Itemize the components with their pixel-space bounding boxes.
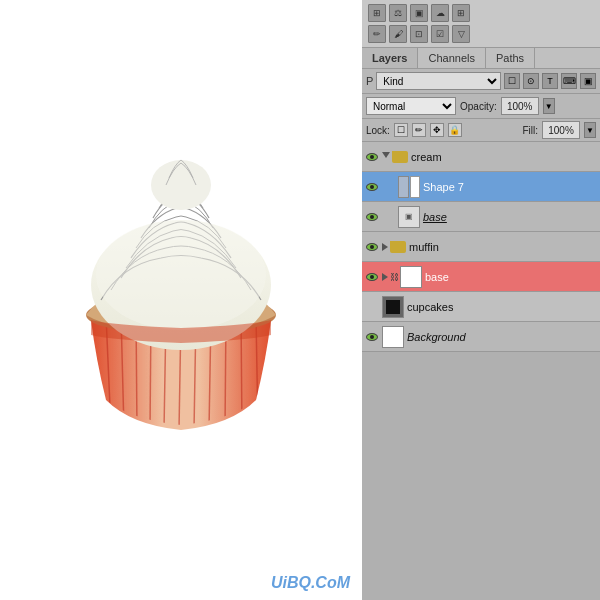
filter-icon-circle[interactable]: ⊙: [523, 73, 539, 89]
tb-icon-grid2[interactable]: ⊞: [452, 4, 470, 22]
layer-name-shape7: Shape 7: [423, 181, 464, 193]
cupcake-image: [31, 90, 331, 510]
lock-icon-transparent[interactable]: ☐: [394, 123, 408, 137]
tab-layers[interactable]: Layers: [362, 48, 418, 68]
triangle-base-group[interactable]: [382, 273, 388, 281]
filter-icon-check[interactable]: ☐: [504, 73, 520, 89]
filter-icon-smart[interactable]: ⌨: [561, 73, 577, 89]
layer-item-base[interactable]: ▣ base: [362, 202, 600, 232]
filter-p-label: P: [366, 75, 373, 87]
tb-icon-arrow[interactable]: ▽: [452, 25, 470, 43]
lock-icon-move[interactable]: ✥: [430, 123, 444, 137]
lock-icon-draw[interactable]: ✏: [412, 123, 426, 137]
layer-item-cupcakes[interactable]: cupcakes: [362, 292, 600, 322]
layer-name-base: base: [423, 211, 447, 223]
tabs-row: Layers Channels Paths: [362, 48, 600, 69]
layer-thumb-base: ▣: [398, 206, 420, 228]
watermark: UiBQ.CoM: [271, 574, 350, 592]
layer-name-background: Background: [407, 331, 466, 343]
layer-thumb-base-group: [400, 266, 422, 288]
lock-icon-lock[interactable]: 🔒: [448, 123, 462, 137]
tb-icon-check2[interactable]: ☑: [431, 25, 449, 43]
triangle-muffin[interactable]: [382, 243, 388, 251]
layer-thumb-background: [382, 326, 404, 348]
tb-icon-grid[interactable]: ⊞: [368, 4, 386, 22]
folder-icon-cream: [392, 151, 408, 163]
eye-icon-muffin[interactable]: [362, 232, 382, 262]
tb-icon-rect[interactable]: ▣: [410, 4, 428, 22]
filter-icon-adjust[interactable]: ▣: [580, 73, 596, 89]
eye-icon-background[interactable]: [362, 322, 382, 352]
top-toolbar: ⊞ ⚖ ▣ ☁ ⊞ ✏ 🖌 ⊡ ☑ ▽: [362, 0, 600, 48]
tb-icon-check[interactable]: ⊡: [410, 25, 428, 43]
kind-select[interactable]: Kind: [376, 72, 501, 90]
opacity-input[interactable]: [501, 97, 539, 115]
layer-item-cream[interactable]: cream: [362, 142, 600, 172]
layer-item-base-group[interactable]: ⛓ base: [362, 262, 600, 292]
tb-icon-cloud[interactable]: ☁: [431, 4, 449, 22]
layer-item-background[interactable]: Background: [362, 322, 600, 352]
eye-icon-base-group[interactable]: [362, 262, 382, 292]
tab-channels[interactable]: Channels: [418, 48, 485, 68]
canvas-area: UiBQ.CoM: [0, 0, 362, 600]
tb-icon-pen[interactable]: ✏: [368, 25, 386, 43]
eye-icon-base[interactable]: [362, 202, 382, 232]
lock-label: Lock:: [366, 125, 390, 136]
tb-icon-balance[interactable]: ⚖: [389, 4, 407, 22]
filter-icon-text[interactable]: T: [542, 73, 558, 89]
blend-mode-select[interactable]: Normal Multiply Screen Overlay: [366, 97, 456, 115]
chain-icon: ⛓: [390, 272, 399, 282]
layer-item-muffin[interactable]: muffin: [362, 232, 600, 262]
lock-row: Lock: ☐ ✏ ✥ 🔒 Fill: ▼: [362, 119, 600, 142]
tab-paths[interactable]: Paths: [486, 48, 535, 68]
fill-label: Fill:: [522, 125, 538, 136]
layer-name-cupcakes: cupcakes: [407, 301, 453, 313]
layer-name-base-group: base: [425, 271, 449, 283]
folder-icon-muffin: [390, 241, 406, 253]
filter-row: P Kind ☐ ⊙ T ⌨ ▣: [362, 69, 600, 94]
layer-thumb-cupcakes: [382, 296, 404, 318]
toolbar-row-1: ⊞ ⚖ ▣ ☁ ⊞: [368, 4, 594, 22]
fill-arrow-icon[interactable]: ▼: [584, 122, 596, 138]
opacity-arrow-icon[interactable]: ▼: [543, 98, 555, 114]
toolbar-row-2: ✏ 🖌 ⊡ ☑ ▽: [368, 25, 594, 43]
opacity-label: Opacity:: [460, 101, 497, 112]
layer-thumb-mask-shape7: [398, 176, 420, 198]
tb-icon-brush[interactable]: 🖌: [389, 25, 407, 43]
svg-point-14: [96, 220, 266, 330]
layer-name-cream: cream: [411, 151, 442, 163]
layer-item-shape7[interactable]: Shape 7: [362, 172, 600, 202]
blend-row: Normal Multiply Screen Overlay Opacity: …: [362, 94, 600, 119]
eye-icon-shape7[interactable]: [362, 172, 382, 202]
eye-icon-cupcakes[interactable]: [362, 292, 382, 322]
layers-list: cream Shape 7 ▣: [362, 142, 600, 600]
fill-input[interactable]: [542, 121, 580, 139]
right-panel: ⊞ ⚖ ▣ ☁ ⊞ ✏ 🖌 ⊡ ☑ ▽ Layers Channels Path…: [362, 0, 600, 600]
layer-name-muffin: muffin: [409, 241, 439, 253]
eye-icon-cream[interactable]: [362, 142, 382, 172]
triangle-cream[interactable]: [382, 152, 390, 162]
